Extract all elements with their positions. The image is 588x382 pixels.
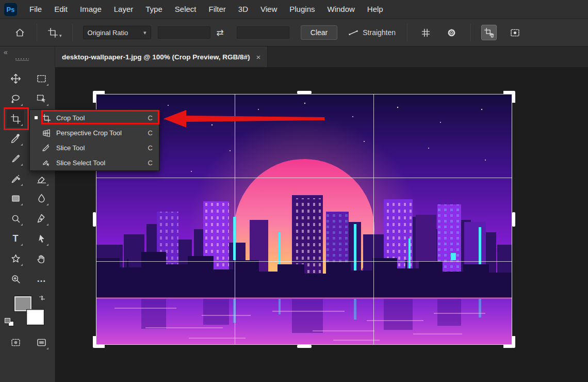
- brush-tool[interactable]: [7, 150, 24, 167]
- straighten-button[interactable]: Straighten: [348, 27, 396, 38]
- lasso-tool[interactable]: [7, 90, 24, 107]
- pen-tool[interactable]: [32, 210, 50, 227]
- hand-tool[interactable]: [32, 250, 50, 267]
- history-brush-tool[interactable]: [7, 170, 24, 187]
- aspect-ratio-value: Original Ratio: [88, 29, 128, 37]
- menu-help[interactable]: Help: [361, 0, 389, 19]
- chevron-down-icon: ▾: [59, 33, 62, 38]
- collapse-panel-button[interactable]: «: [4, 48, 8, 56]
- chevron-down-icon: ▾: [143, 29, 146, 36]
- crop-handle-top[interactable]: [297, 91, 312, 94]
- swap-colors-icon: [38, 294, 46, 302]
- crop-tool-preset-button[interactable]: ▾: [47, 27, 62, 38]
- menu-item-shortcut: C: [148, 129, 153, 137]
- active-tool-indicator: [34, 110, 42, 125]
- content-aware-toggle[interactable]: [507, 25, 522, 40]
- background-color-swatch[interactable]: [27, 310, 44, 325]
- clear-button[interactable]: Clear: [301, 25, 337, 40]
- crop-height-input[interactable]: [237, 26, 289, 39]
- overlay-options-button[interactable]: [418, 25, 433, 40]
- document-tab[interactable]: desktop-wallpaper-1.jpg @ 100% (Crop Pre…: [55, 46, 268, 67]
- crop-width-input[interactable]: [158, 26, 210, 39]
- menu-layer[interactable]: Layer: [108, 0, 140, 19]
- blur-tool[interactable]: [32, 189, 50, 207]
- crop-handle-top-right[interactable]: [503, 91, 515, 103]
- move-tool[interactable]: [7, 70, 24, 87]
- menu-file[interactable]: File: [23, 0, 48, 19]
- delete-cropped-pixels-icon: [484, 27, 495, 38]
- crop-handle-right[interactable]: [512, 212, 515, 227]
- crop-settings-button[interactable]: [444, 25, 459, 40]
- quick-mask-button[interactable]: [7, 333, 24, 351]
- color-swatches: [0, 294, 55, 330]
- marquee-tool[interactable]: [32, 70, 50, 87]
- separator: [470, 24, 471, 41]
- aspect-ratio-select[interactable]: Original Ratio ▾: [83, 26, 151, 39]
- menu-window[interactable]: Window: [321, 0, 361, 19]
- pen-tool-icon: [36, 213, 47, 224]
- menu-3d[interactable]: 3D: [232, 0, 254, 19]
- menu-select[interactable]: Select: [169, 0, 203, 19]
- crop-handle-bottom-right[interactable]: [503, 336, 515, 348]
- menu-edit[interactable]: Edit: [48, 0, 74, 19]
- crop-icon: [47, 27, 58, 38]
- straighten-label: Straighten: [363, 28, 396, 37]
- menu-filter[interactable]: Filter: [203, 0, 232, 19]
- menu-image[interactable]: Image: [74, 0, 108, 19]
- dodge-tool-icon: [10, 213, 21, 224]
- content-aware-icon: [510, 27, 520, 38]
- marquee-tool-icon: [36, 73, 47, 84]
- dodge-tool[interactable]: [7, 210, 24, 227]
- delete-cropped-pixels-toggle[interactable]: [481, 25, 497, 40]
- eyedropper-tool-icon: [10, 133, 21, 144]
- home-button[interactable]: [14, 27, 25, 38]
- menu-item-label: Crop Tool: [56, 114, 144, 122]
- swap-colors-button[interactable]: [38, 294, 46, 302]
- type-tool[interactable]: T: [7, 230, 24, 247]
- crop-handle-bottom-left[interactable]: [93, 336, 105, 348]
- crop-tool[interactable]: [7, 110, 24, 128]
- default-foreground-icon: [5, 318, 10, 323]
- menu-plugins[interactable]: Plugins: [283, 0, 321, 19]
- ellipsis-icon: …: [37, 274, 46, 283]
- shape-tool[interactable]: [7, 250, 24, 267]
- default-colors-button[interactable]: [5, 318, 14, 326]
- path-selection-tool[interactable]: [32, 230, 50, 247]
- object-selection-tool[interactable]: [32, 90, 50, 107]
- slice-select-tool-icon: [42, 158, 51, 168]
- photoshop-logo[interactable]: Ps: [4, 3, 17, 16]
- menu-item-crop-tool[interactable]: Crop Tool C: [30, 110, 159, 125]
- separator: [407, 24, 407, 41]
- swap-dimensions-button[interactable]: ⇄: [217, 27, 224, 38]
- eyedropper-tool[interactable]: [7, 130, 24, 147]
- menu-view[interactable]: View: [254, 0, 283, 19]
- path-selection-tool-icon: [36, 233, 47, 244]
- menu-item-slice-select-tool[interactable]: Slice Select Tool C: [30, 155, 159, 170]
- blur-tool-icon: [36, 193, 47, 204]
- close-tab-icon[interactable]: ×: [256, 53, 261, 61]
- eraser-tool[interactable]: [32, 170, 50, 187]
- rectangle-tool-icon: [10, 193, 21, 204]
- menu-item-perspective-crop-tool[interactable]: Perspective Crop Tool C: [30, 125, 159, 140]
- workspace: «: [0, 46, 588, 382]
- perspective-crop-tool-icon: [42, 129, 51, 138]
- separator: [72, 24, 73, 41]
- crop-handle-left[interactable]: [93, 212, 96, 227]
- menu-item-label: Slice Select Tool: [56, 159, 144, 167]
- quick-mask-icon: [10, 337, 21, 348]
- screen-mode-button[interactable]: [32, 333, 50, 351]
- menu-bar: Ps File Edit Image Layer Type Select Fil…: [0, 0, 588, 19]
- edit-toolbar-button[interactable]: …: [32, 270, 50, 288]
- crop-handle-top-left[interactable]: [93, 91, 105, 103]
- foreground-color-swatch[interactable]: [14, 296, 31, 311]
- zoom-tool-icon: [10, 274, 21, 284]
- crop-handle-bottom[interactable]: [297, 345, 312, 348]
- photoshop-window: { "app": { "logo": "Ps" }, "menubar": { …: [0, 0, 588, 382]
- panel-grip-handle[interactable]: [15, 58, 29, 59]
- eraser-tool-icon: [36, 173, 47, 184]
- menu-item-slice-tool[interactable]: Slice Tool C: [30, 140, 159, 155]
- zoom-tool[interactable]: [7, 270, 24, 288]
- slice-tool-icon: [42, 144, 51, 153]
- rectangle-tool[interactable]: [7, 189, 24, 207]
- menu-type[interactable]: Type: [139, 0, 169, 19]
